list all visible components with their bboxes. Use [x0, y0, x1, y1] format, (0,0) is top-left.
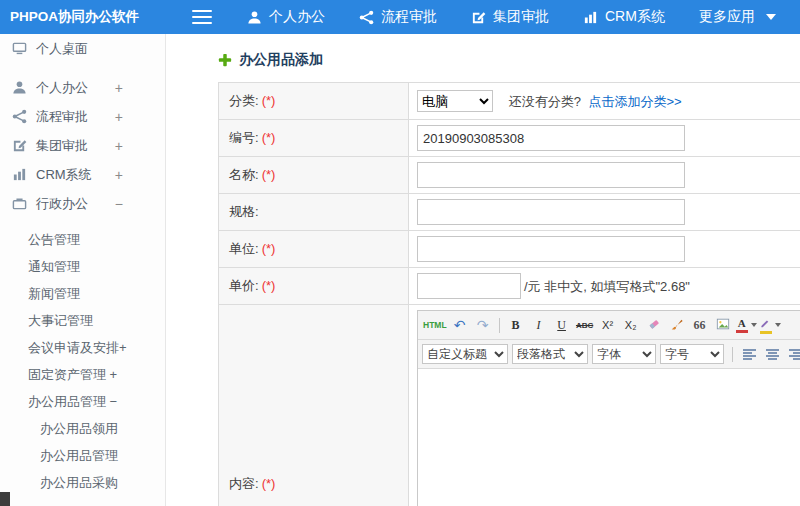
category-field-cell: 电脑 还没有分类? 点击添加分类>> [409, 83, 800, 120]
form-row-code: 编号:(*) [219, 120, 800, 157]
required-star: (*) [262, 278, 276, 293]
align-right-button[interactable] [784, 344, 800, 364]
form-row-unit: 单位:(*) [219, 231, 800, 268]
field-label: 分类: [229, 93, 259, 108]
remove-format-button[interactable] [643, 315, 665, 335]
font-color-glyph: A [738, 318, 746, 329]
toolbar-separator [499, 318, 500, 333]
expand-toggle[interactable]: + [115, 110, 123, 124]
topbar: PHPOA协同办公软件 个人办公 流程审批 集团审批 CRM系统 更多应用 [0, 0, 800, 34]
insert-image-button[interactable] [712, 315, 734, 335]
content-field-cell: HTML ↶ ↷ B I U ABC X² X₂ 66 [409, 305, 800, 506]
sidebar-item-fixed-assets[interactable]: 固定资产管理 + [0, 361, 165, 388]
topnav-group-approval[interactable]: 集团审批 [454, 0, 566, 34]
content-editor[interactable] [418, 369, 800, 506]
price-input[interactable] [417, 273, 521, 299]
custom-title-select[interactable]: 自定义标题 [422, 344, 508, 364]
sidebar-item-announcement-management[interactable]: 公告管理 [0, 226, 165, 253]
bar-chart-icon [12, 167, 27, 182]
highlight-color-button[interactable] [759, 315, 782, 335]
category-hint: 还没有分类? [509, 94, 581, 109]
user-icon [12, 80, 27, 95]
sidebar: 个人桌面 个人办公 + 流程审批 + 集团审批 + CRM系统 + 行政办公 − [0, 34, 166, 506]
strikethrough-button[interactable]: ABC [574, 315, 596, 335]
category-label-cell: 分类:(*) [219, 83, 409, 120]
sidebar-item-crm-system[interactable]: CRM系统 + [0, 160, 165, 189]
sidebar-item-meeting-apply[interactable]: 会议申请及安排+ [0, 334, 165, 361]
blockquote-button[interactable]: 66 [689, 315, 711, 335]
expand-toggle[interactable]: + [115, 168, 123, 182]
sidebar-item-notice-management[interactable]: 通知管理 [0, 253, 165, 280]
richtext-editor: HTML ↶ ↷ B I U ABC X² X₂ 66 [417, 310, 800, 506]
unit-input[interactable] [417, 236, 685, 262]
main-content: 办公用品添加 分类:(*) 电脑 还没有分类? 点击添加分类>> 编号:(*) [166, 34, 800, 506]
app-logo[interactable]: PHPOA协同办公软件 [0, 8, 166, 26]
category-select[interactable]: 电脑 [417, 90, 493, 112]
sidebar-subitem-label: 固定资产管理 + [28, 366, 117, 384]
bold-button[interactable]: B [505, 315, 527, 335]
code-input[interactable] [417, 125, 685, 151]
paragraph-format-select[interactable]: 段落格式 [512, 344, 588, 364]
sidebar-item-news-management[interactable]: 新闻管理 [0, 280, 165, 307]
remove-format-icon [647, 317, 661, 334]
collapse-toggle[interactable]: − [115, 197, 123, 211]
edit-icon [12, 138, 27, 153]
topnav-label: 更多应用 [699, 8, 755, 26]
html-source-button[interactable]: HTML [422, 315, 448, 335]
sidebar-subitem-label: 大事记管理 [28, 312, 93, 330]
superscript-button[interactable]: X² [597, 315, 619, 335]
sidebar-item-office-supplies[interactable]: 办公用品管理 − [0, 388, 165, 415]
desktop-icon [12, 41, 27, 56]
sidebar-item-process-approval[interactable]: 流程审批 + [0, 102, 165, 131]
font-color-button[interactable]: A [735, 315, 758, 335]
form-row-category: 分类:(*) 电脑 还没有分类? 点击添加分类>> [219, 83, 800, 120]
sidebar-item-personal-desktop[interactable]: 个人桌面 [0, 34, 165, 63]
align-center-button[interactable] [761, 344, 783, 364]
undo-button[interactable]: ↶ [449, 315, 471, 335]
italic-button[interactable]: I [528, 315, 550, 335]
expand-toggle[interactable]: + [115, 81, 123, 95]
sidebar-item-label: 个人办公 [36, 79, 88, 97]
align-left-button[interactable] [738, 344, 760, 364]
subscript-button[interactable]: X₂ [620, 315, 642, 335]
sidebar-item-supplies-purchase[interactable]: 办公用品采购 [0, 469, 165, 496]
hamburger-icon[interactable] [192, 10, 212, 24]
sidebar-item-supplies-requisition[interactable]: 办公用品领用 [0, 415, 165, 442]
page-title-text: 办公用品添加 [239, 51, 323, 69]
code-label-cell: 编号:(*) [219, 120, 409, 157]
caret-down-icon [775, 323, 781, 327]
name-input[interactable] [417, 162, 685, 188]
sidebar-subitem-label: 通知管理 [28, 258, 80, 276]
sidebar-item-personal-office[interactable]: 个人办公 + [0, 73, 165, 102]
unit-field-cell [409, 231, 800, 268]
required-star: (*) [262, 93, 276, 108]
unit-label-cell: 单位:(*) [219, 231, 409, 268]
topnav-process-approval[interactable]: 流程审批 [342, 0, 454, 34]
font-family-select[interactable]: 字体 [592, 344, 656, 364]
sidebar-item-events-management[interactable]: 大事记管理 [0, 307, 165, 334]
scrollbar-thumb[interactable] [0, 492, 10, 506]
spec-input[interactable] [417, 199, 685, 225]
topnav-label: 个人办公 [269, 8, 325, 26]
add-category-link[interactable]: 点击添加分类>> [588, 94, 681, 109]
price-label-cell: 单价:(*) [219, 268, 409, 305]
user-icon [247, 10, 262, 25]
spec-field-cell [409, 194, 800, 231]
editor-toolbar-row1: HTML ↶ ↷ B I U ABC X² X₂ 66 [418, 311, 800, 340]
font-size-select[interactable]: 字号 [660, 344, 724, 364]
form-row-spec: 规格: [219, 194, 800, 231]
top-navigation: 个人办公 流程审批 集团审批 CRM系统 更多应用 [230, 0, 793, 34]
format-brush-button[interactable] [666, 315, 688, 335]
topnav-more-apps[interactable]: 更多应用 [682, 0, 793, 34]
sidebar-item-group-approval[interactable]: 集团审批 + [0, 131, 165, 160]
underline-button[interactable]: U [551, 315, 573, 335]
expand-toggle[interactable]: + [115, 139, 123, 153]
topnav-crm-system[interactable]: CRM系统 [566, 0, 682, 34]
sidebar-item-label: 个人桌面 [36, 40, 88, 58]
insert-image-icon [716, 317, 730, 334]
sidebar-item-supplies-management[interactable]: 办公用品管理 [0, 442, 165, 469]
redo-button[interactable]: ↷ [472, 315, 494, 335]
topnav-personal-office[interactable]: 个人办公 [230, 0, 342, 34]
sidebar-item-admin-office[interactable]: 行政办公 − [0, 189, 165, 218]
sidebar-item-label: CRM系统 [36, 166, 92, 184]
